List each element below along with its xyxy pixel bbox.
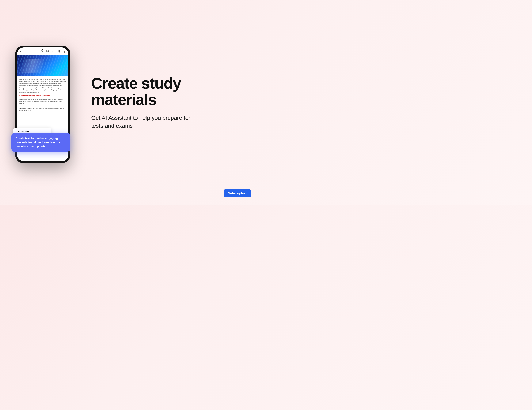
ai-close-button[interactable]: × bbox=[15, 130, 17, 133]
more-icon[interactable]: ⋮ bbox=[63, 50, 66, 53]
svg-point-1 bbox=[52, 50, 54, 52]
phone-mockup: ← bbox=[15, 46, 72, 163]
right-content: Create study materials Get AI Assistant … bbox=[72, 75, 251, 130]
hero-image bbox=[17, 55, 68, 76]
svg-point-3 bbox=[58, 51, 58, 51]
svg-point-2 bbox=[59, 50, 60, 51]
comment-icon[interactable] bbox=[46, 50, 49, 53]
section-body-text: of gathering, analyzing, out a market, i… bbox=[19, 98, 66, 105]
section-heading: 8.1 Understanding Market Research bbox=[19, 95, 66, 97]
main-heading: Create study materials bbox=[91, 75, 251, 108]
ai-assistant-title: AI Assistant bbox=[18, 131, 47, 133]
phone-text-area: Marketing is a critical component of any… bbox=[17, 76, 68, 107]
footer-bold-label: Secondary Research: bbox=[19, 108, 33, 109]
svg-point-4 bbox=[59, 51, 60, 52]
highlight-icon[interactable] bbox=[40, 50, 43, 53]
svg-point-0 bbox=[41, 50, 42, 51]
subscription-button[interactable]: Subscription bbox=[224, 190, 251, 197]
footer-text: Secondary Research: Involves analyzing e… bbox=[19, 108, 66, 112]
prompt-text: Create text for twelve engaging presenta… bbox=[16, 136, 66, 148]
toolbar-icons-group: ⋮ bbox=[40, 50, 66, 53]
intro-text: Marketing is a critical component of any… bbox=[19, 78, 66, 93]
heading-line2: materials bbox=[91, 91, 156, 108]
share-icon[interactable] bbox=[57, 50, 60, 53]
back-icon[interactable]: ← bbox=[19, 49, 23, 53]
heading-line1: Create study bbox=[91, 75, 181, 92]
sub-heading: Get AI Assistant to help you prepare for… bbox=[91, 114, 201, 130]
phone-footer-content: Secondary Research: Involves analyzing e… bbox=[17, 107, 68, 113]
svg-line-5 bbox=[58, 51, 59, 52]
prompt-bubble: Create text for twelve engaging presenta… bbox=[11, 133, 70, 152]
search-icon[interactable] bbox=[52, 50, 55, 53]
svg-line-6 bbox=[58, 50, 59, 51]
